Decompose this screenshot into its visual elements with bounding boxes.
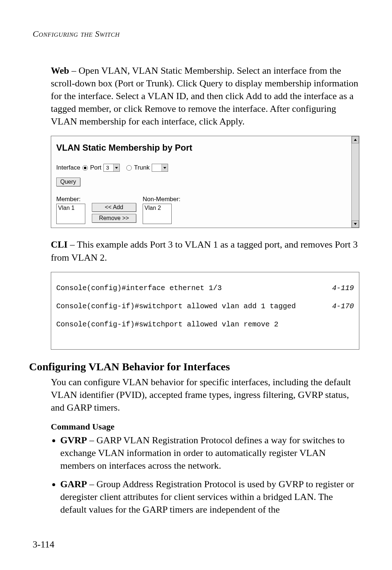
port-radio-label: Port xyxy=(90,164,101,171)
cli-line: Console(config-if)#switchport allowed vl… xyxy=(56,302,296,311)
cli-paragraph: CLI – This example adds Port 3 to VLAN 1… xyxy=(51,238,359,264)
bullet-text: – GARP VLAN Registration Protocol define… xyxy=(60,435,345,471)
interface-label: Interface xyxy=(56,164,80,171)
bullet-lead: GVRP xyxy=(60,435,87,445)
cli-text: – This example adds Port 3 to VLAN 1 as … xyxy=(51,239,358,262)
vlan-panel: VLAN Static Membership by Port Interface… xyxy=(51,136,359,228)
port-select[interactable]: 3 xyxy=(103,164,120,172)
scroll-down-button[interactable] xyxy=(352,220,359,228)
cli-line: Console(config)#interface ethernet 1/3 xyxy=(56,284,222,293)
member-label: Member: xyxy=(56,196,85,203)
list-item[interactable]: Vlan 1 xyxy=(58,205,83,211)
panel-scrollbar[interactable] xyxy=(351,136,359,228)
cli-ref: 4-119 xyxy=(332,284,354,293)
web-text: – Open VLAN, VLAN Static Membership. Sel… xyxy=(51,65,358,127)
chevron-down-icon[interactable] xyxy=(162,164,168,171)
nonmember-label: Non-Member: xyxy=(143,196,180,203)
cli-lead: CLI xyxy=(51,239,68,250)
port-radio[interactable] xyxy=(82,165,88,171)
bullet-garp: GARP – Group Address Registration Protoc… xyxy=(60,478,359,516)
query-button[interactable]: Query xyxy=(56,178,80,186)
web-lead: Web xyxy=(51,65,69,76)
panel-title: VLAN Static Membership by Port xyxy=(56,143,354,153)
command-usage-heading: Command Usage xyxy=(51,422,359,432)
behavior-paragraph: You can configure VLAN behavior for spec… xyxy=(51,376,359,414)
list-item[interactable]: Vlan 2 xyxy=(144,205,170,211)
bullet-gvrp: GVRP – GARP VLAN Registration Protocol d… xyxy=(60,434,359,472)
cli-line: Console(config-if)#switchport allowed vl… xyxy=(56,320,278,329)
web-paragraph: Web – Open VLAN, VLAN Static Membership.… xyxy=(51,64,359,128)
bullet-text: – Group Address Registration Protocol is… xyxy=(60,479,354,515)
trunk-select-value xyxy=(152,164,162,171)
add-button[interactable]: << Add xyxy=(92,203,136,212)
cli-code-block: Console(config)#interface ethernet 1/34-… xyxy=(51,272,359,350)
member-listbox[interactable]: Vlan 1 xyxy=(56,204,85,224)
section-heading: Configuring VLAN Behavior for Interfaces xyxy=(29,361,359,373)
remove-button[interactable]: Remove >> xyxy=(92,214,136,223)
port-select-value: 3 xyxy=(104,164,113,171)
trunk-select[interactable] xyxy=(152,164,168,172)
trunk-radio[interactable] xyxy=(126,165,132,171)
running-head: Configuring the Switch xyxy=(33,29,359,39)
nonmember-listbox[interactable]: Vlan 2 xyxy=(143,204,172,224)
cli-ref: 4-170 xyxy=(332,302,354,311)
scroll-up-button[interactable] xyxy=(352,136,359,143)
page-number: 3-114 xyxy=(33,539,54,550)
trunk-radio-label: Trunk xyxy=(134,164,150,171)
bullet-lead: GARP xyxy=(60,479,87,489)
chevron-down-icon[interactable] xyxy=(113,164,119,171)
